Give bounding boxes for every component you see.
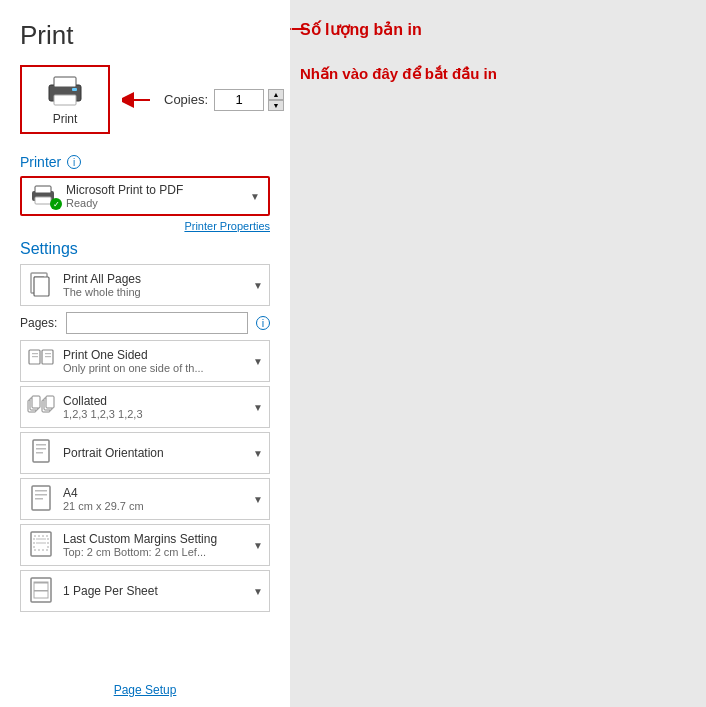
svg-rect-40	[34, 590, 48, 592]
svg-rect-36	[36, 542, 46, 544]
printer-dropdown-arrow[interactable]: ▼	[250, 191, 260, 202]
copies-down[interactable]: ▼	[268, 100, 284, 111]
svg-rect-39	[34, 582, 48, 584]
page-title: Print	[20, 20, 270, 51]
page-setup-link[interactable]: Page Setup	[20, 677, 270, 697]
svg-rect-17	[45, 353, 51, 354]
setting-text-collated: Collated 1,2,3 1,2,3 1,2,3	[63, 394, 245, 420]
setting-sub-margins: Top: 2 cm Bottom: 2 cm Lef...	[63, 546, 245, 558]
svg-rect-21	[32, 396, 40, 408]
pages-icon	[27, 271, 55, 299]
print-label: Print	[53, 112, 78, 126]
svg-rect-31	[35, 494, 47, 496]
setting-text-pages: Print All Pages The whole thing	[63, 272, 245, 298]
setting-sub-collated: 1,2,3 1,2,3 1,2,3	[63, 408, 245, 420]
svg-rect-32	[35, 498, 43, 500]
copies-area: Copies: ▲ ▼	[164, 89, 284, 111]
svg-rect-26	[36, 444, 46, 446]
annotation-svg	[290, 0, 706, 707]
collated-icon	[27, 393, 55, 421]
right-panel: Số lượng bản in Nhấn vào đây để bắt đầu …	[290, 0, 706, 707]
left-panel: Print Print Copies: ▲	[0, 0, 290, 707]
copies-up[interactable]: ▲	[268, 89, 284, 100]
pages-label: Pages:	[20, 316, 58, 330]
orientation-icon	[27, 439, 55, 467]
copies-input[interactable]	[214, 89, 264, 111]
annotation-print: Nhấn vào đây để bắt đầu in	[300, 65, 497, 83]
setting-main-orientation: Portrait Orientation	[63, 446, 245, 460]
svg-rect-14	[32, 353, 38, 354]
setting-main-pages: Print All Pages	[63, 272, 245, 286]
setting-main-persheet: 1 Page Per Sheet	[63, 584, 245, 598]
svg-rect-15	[32, 356, 38, 357]
annotation-area: Số lượng bản in Nhấn vào đây để bắt đầu …	[290, 0, 706, 707]
svg-rect-3	[72, 88, 77, 91]
annotation-copies: Số lượng bản in	[300, 20, 422, 39]
setting-main-sided: Print One Sided	[63, 348, 245, 362]
print-area: Print Copies: ▲ ▼	[20, 65, 270, 134]
paper-icon	[27, 485, 55, 513]
setting-sub-sided: Only print on one side of th...	[63, 362, 245, 374]
setting-row-collated[interactable]: Collated 1,2,3 1,2,3 1,2,3 ▼	[20, 386, 270, 428]
print-button[interactable]: Print	[20, 65, 110, 134]
setting-arrow-persheet[interactable]: ▼	[253, 586, 263, 597]
svg-rect-25	[33, 440, 49, 462]
svg-rect-6	[35, 186, 51, 193]
svg-rect-35	[36, 538, 46, 540]
copies-spinner: ▲ ▼	[268, 89, 284, 111]
setting-arrow-margins[interactable]: ▼	[253, 540, 263, 551]
svg-rect-1	[54, 77, 76, 87]
setting-text-persheet: 1 Page Per Sheet	[63, 584, 245, 598]
svg-rect-2	[54, 95, 76, 105]
setting-row-margins[interactable]: Last Custom Margins Setting Top: 2 cm Bo…	[20, 524, 270, 566]
settings-title: Settings	[20, 240, 270, 258]
persheet-icon	[27, 577, 55, 605]
svg-rect-7	[35, 197, 51, 204]
setting-arrow-collated[interactable]: ▼	[253, 402, 263, 413]
printer-icon	[44, 73, 86, 109]
setting-row-paper[interactable]: A4 21 cm x 29.7 cm ▼	[20, 478, 270, 520]
setting-sub-pages: The whole thing	[63, 286, 245, 298]
printer-status: Ready	[66, 197, 242, 209]
setting-text-margins: Last Custom Margins Setting Top: 2 cm Bo…	[63, 532, 245, 558]
printer-info: Microsoft Print to PDF Ready	[66, 183, 242, 209]
sided-icon	[27, 347, 55, 375]
printer-name: Microsoft Print to PDF	[66, 183, 242, 197]
printer-info-icon[interactable]: i	[67, 155, 81, 169]
setting-text-paper: A4 21 cm x 29.7 cm	[63, 486, 245, 512]
pages-input-row: Pages: i	[20, 310, 270, 336]
printer-title: Printer	[20, 154, 61, 170]
margins-icon	[27, 531, 55, 559]
pages-input[interactable]	[66, 312, 248, 334]
printer-ready-icon: ✓	[50, 198, 62, 210]
setting-sub-paper: 21 cm x 29.7 cm	[63, 500, 245, 512]
printer-selector[interactable]: ✓ Microsoft Print to PDF Ready ▼	[20, 176, 270, 216]
setting-arrow-pages[interactable]: ▼	[253, 280, 263, 291]
svg-rect-18	[45, 356, 51, 357]
svg-rect-24	[46, 396, 54, 408]
setting-arrow-orientation[interactable]: ▼	[253, 448, 263, 459]
svg-rect-12	[34, 277, 49, 296]
setting-row-pages[interactable]: Print All Pages The whole thing ▼	[20, 264, 270, 306]
printer-section-header: Printer i	[20, 154, 270, 170]
svg-rect-27	[36, 448, 46, 450]
svg-rect-30	[35, 490, 47, 492]
setting-row-orientation[interactable]: Portrait Orientation ▼	[20, 432, 270, 474]
printer-properties-link[interactable]: Printer Properties	[20, 220, 270, 232]
setting-main-margins: Last Custom Margins Setting	[63, 532, 245, 546]
setting-arrow-sided[interactable]: ▼	[253, 356, 263, 367]
copies-label: Copies:	[164, 92, 208, 107]
setting-row-sided[interactable]: Print One Sided Only print on one side o…	[20, 340, 270, 382]
setting-main-paper: A4	[63, 486, 245, 500]
setting-text-sided: Print One Sided Only print on one side o…	[63, 348, 245, 374]
setting-row-persheet[interactable]: 1 Page Per Sheet ▼	[20, 570, 270, 612]
setting-text-orientation: Portrait Orientation	[63, 446, 245, 460]
arrow-to-print	[122, 90, 152, 110]
setting-arrow-paper[interactable]: ▼	[253, 494, 263, 505]
printer-small-icon: ✓	[30, 184, 58, 208]
copies-arrow-svg	[290, 14, 310, 44]
pages-info-icon[interactable]: i	[256, 316, 270, 330]
svg-rect-28	[36, 452, 43, 454]
setting-main-collated: Collated	[63, 394, 245, 408]
